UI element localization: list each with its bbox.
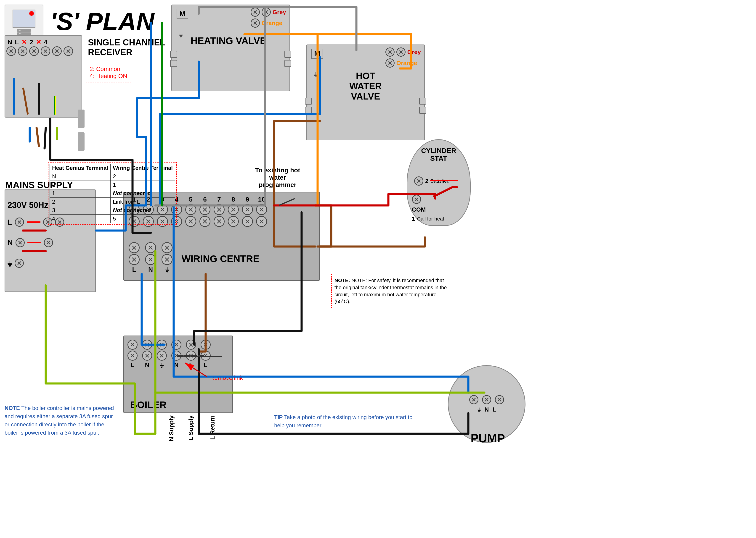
pump-label: PUMP bbox=[457, 431, 519, 445]
pump-circle: ⏚NL bbox=[448, 365, 526, 443]
table-row: 3Not connected bbox=[50, 206, 175, 215]
n-supply-label: N Supply bbox=[168, 415, 175, 441]
tip-bottom: TIP Take a photo of the existing wiring … bbox=[274, 413, 416, 430]
hg-table-wrapper: Heat Genius Terminal Wiring Centre Termi… bbox=[48, 162, 177, 225]
l-supply-label: L Supply bbox=[187, 415, 194, 440]
table-row: L1 bbox=[50, 181, 175, 189]
receiver-terminals-note: 2: Common 4: Heating ON bbox=[86, 63, 131, 82]
note-bottom: NOTE The boiler controller is mains powe… bbox=[5, 404, 114, 437]
heating-valve-box: M Grey Orange ⏚ bbox=[171, 5, 290, 91]
svg-rect-4 bbox=[78, 133, 85, 151]
heating-valve-label: HEATING VALVE bbox=[174, 35, 283, 46]
wiring-centre-label: WIRING CENTRE bbox=[131, 253, 310, 264]
table-row: 1Not connected bbox=[50, 189, 175, 198]
receiver-label: SINGLE CHANNEL RECEIVER bbox=[88, 38, 165, 57]
note-box: NOTE: NOTE: For safety, it is recommende… bbox=[331, 274, 452, 308]
programmer-note: To existing hot water programmer bbox=[255, 167, 300, 188]
l-return-label: L Return bbox=[209, 415, 216, 440]
hg-col1-header: Heat Genius Terminal bbox=[50, 164, 110, 172]
cylinder-stat-box: CYLINDER STAT 2 Satisfied COM 1 Call for… bbox=[407, 139, 471, 226]
hg-col2-header: Wiring Centre Terminal bbox=[110, 164, 175, 172]
table-row: N2 bbox=[50, 172, 175, 181]
page-title: 'S' PLAN bbox=[50, 7, 155, 36]
remove-link-label: Remove link bbox=[210, 374, 243, 381]
table-row: 45 bbox=[50, 215, 175, 223]
hot-water-valve-label: HOT WATER VALVE bbox=[313, 71, 418, 102]
table-row: 2Link from L bbox=[50, 198, 175, 206]
boiler-label: BOILER bbox=[130, 400, 166, 410]
receiver-box: N L ✕ 2 ✕ 4 bbox=[5, 35, 82, 118]
